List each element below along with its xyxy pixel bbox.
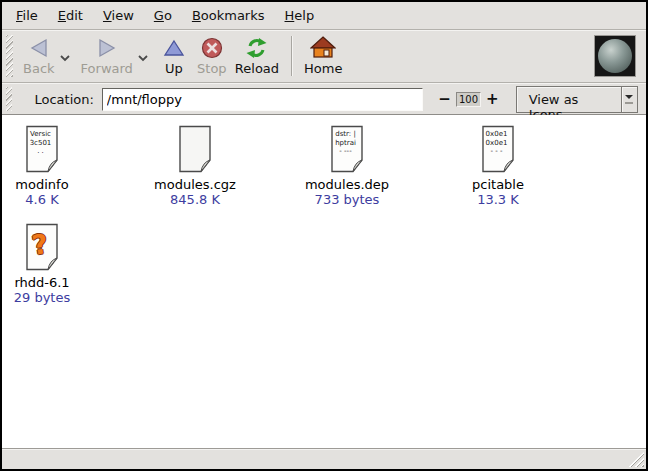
- reload-icon: [245, 36, 268, 60]
- forward-button[interactable]: Forward: [77, 34, 137, 78]
- file-name: rhdd-6.1: [2, 275, 82, 290]
- file-size: 733 bytes: [287, 192, 407, 207]
- file-name: modules.dep: [287, 177, 407, 192]
- resize-grip[interactable]: [627, 452, 644, 467]
- file-view-area[interactable]: Versic 3c501 . . modinfo 4.6 K modules.c…: [2, 115, 646, 449]
- toolbar-separator: [291, 36, 292, 76]
- up-button[interactable]: Up: [155, 34, 193, 78]
- up-arrow-icon: [162, 36, 186, 60]
- text-file-icon: Versic 3c501 . .: [23, 125, 61, 173]
- file-item-modules-cgz[interactable]: modules.cgz 845.8 K: [140, 125, 250, 207]
- file-size: 4.6 K: [2, 192, 82, 207]
- file-size: 13.3 K: [448, 192, 548, 207]
- view-mode-dropdown[interactable]: View as Icons: [516, 86, 638, 113]
- stop-button[interactable]: Stop: [193, 34, 231, 78]
- menu-bookmarks[interactable]: Bookmarks: [182, 4, 275, 27]
- back-arrow-icon: [28, 36, 50, 60]
- back-button[interactable]: Back: [19, 34, 59, 78]
- file-item-modinfo[interactable]: Versic 3c501 . . modinfo 4.6 K: [2, 125, 82, 207]
- question-mark-glyph: ?: [21, 227, 59, 263]
- file-item-pcitable[interactable]: 0x0e1 0x0e1 - - - pcitable 13.3 K: [448, 125, 548, 207]
- location-label: Location:: [34, 92, 93, 107]
- status-bar: [2, 449, 646, 469]
- home-button[interactable]: Home: [300, 34, 346, 78]
- forward-dropdown-chevron[interactable]: [137, 47, 149, 66]
- file-name: pcitable: [448, 177, 548, 192]
- location-input[interactable]: [102, 88, 423, 111]
- text-file-icon: 0x0e1 0x0e1 - - -: [479, 125, 517, 173]
- file-size: 29 bytes: [2, 290, 82, 305]
- throbber-button: [594, 35, 636, 77]
- file-item-modules-dep[interactable]: dstr: | hptrai - --- modules.dep 733 byt…: [287, 125, 407, 207]
- location-bar-drag-handle[interactable]: [6, 87, 12, 111]
- file-manager-window: File Edit View Go Bookmarks Help Back Fo…: [0, 0, 648, 471]
- dropdown-arrow-icon[interactable]: [621, 87, 637, 112]
- menu-view[interactable]: View: [93, 4, 144, 27]
- zoom-in-button[interactable]: +: [481, 90, 504, 108]
- toolbar-drag-handle[interactable]: [6, 35, 13, 77]
- file-size: 845.8 K: [140, 192, 250, 207]
- location-bar: Location: − 100 + View as Icons: [2, 83, 646, 115]
- unknown-file-icon: ?: [23, 223, 61, 271]
- file-item-rhdd[interactable]: ? rhdd-6.1 29 bytes: [2, 223, 82, 305]
- text-file-icon: dstr: | hptrai - ---: [328, 125, 366, 173]
- menu-bar: File Edit View Go Bookmarks Help: [2, 2, 646, 30]
- menu-help[interactable]: Help: [275, 4, 325, 27]
- zoom-level-indicator: 100: [456, 92, 481, 107]
- blank-file-icon: [176, 125, 214, 173]
- toolbar: Back Forward Up: [2, 30, 646, 83]
- menu-edit[interactable]: Edit: [48, 4, 93, 27]
- menu-file[interactable]: File: [6, 4, 48, 27]
- stop-icon: [201, 36, 223, 60]
- file-name: modinfo: [2, 177, 82, 192]
- reload-button[interactable]: Reload: [231, 34, 283, 78]
- file-name: modules.cgz: [140, 177, 250, 192]
- throbber-sphere-icon: [598, 39, 632, 73]
- back-dropdown-chevron[interactable]: [59, 47, 71, 66]
- forward-arrow-icon: [96, 36, 118, 60]
- home-icon: [310, 36, 336, 60]
- menu-go[interactable]: Go: [144, 4, 182, 27]
- zoom-out-button[interactable]: −: [433, 90, 456, 108]
